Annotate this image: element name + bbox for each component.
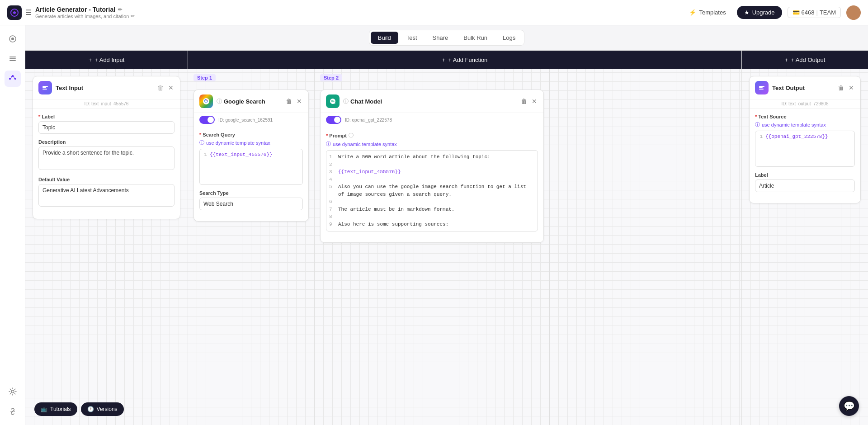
avatar[interactable] (846, 5, 861, 20)
google-dyn-label: use dynamic template syntax (206, 140, 270, 146)
prompt-textarea[interactable]: 1Write a 500 word article about the foll… (326, 150, 538, 231)
header-right: ⚡ Templates ★ Upgrade 💳 6468 | TEAM (684, 5, 861, 20)
label-field-label: Label (38, 114, 175, 119)
credit-card-icon: 💳 (793, 9, 800, 16)
chat-header-left: ⓘ Chat Model (326, 94, 382, 108)
google-toggle[interactable] (199, 116, 215, 124)
tutorials-button[interactable]: 📺 Tutorials (34, 402, 77, 416)
versions-label: Versions (97, 406, 118, 412)
google-close-btn[interactable]: ✕ (296, 97, 303, 105)
prompt-line-5b: 5of image sources given a search query. (329, 191, 535, 198)
sidebar-item-workflow[interactable] (5, 71, 21, 87)
tab-test[interactable]: Test (399, 32, 425, 44)
output-dyn-label: use dynamic template syntax (762, 122, 826, 128)
default-value-field-group: Default Value Generative AI Latest Advan… (38, 177, 175, 208)
svg-line-11 (11, 76, 12, 79)
chat-delete-btn[interactable]: 🗑 (520, 97, 528, 105)
sidebar-item-settings[interactable] (5, 383, 21, 400)
upgrade-button[interactable]: ★ Upgrade (737, 6, 782, 19)
credits-info: 💳 6468 | TEAM (788, 7, 841, 18)
chat-dyn-template[interactable]: ⓘ use dynamic template syntax (326, 141, 538, 147)
google-delete-btn[interactable]: 🗑 (285, 97, 293, 105)
description-textarea[interactable]: Provide a short sentence for the topic. (38, 146, 175, 170)
output-close-btn[interactable]: ✕ (848, 84, 855, 92)
default-value-textarea[interactable]: Generative AI Latest Advancements (38, 184, 175, 207)
search-type-select[interactable]: Web Search Image Search News Search (199, 198, 303, 210)
app-body: Build Test Share Bulk Run Logs + + Add I… (0, 25, 868, 425)
header-subtitle: Generate articles with images, and citat… (35, 13, 135, 19)
google-icon (199, 94, 213, 108)
svg-rect-20 (759, 89, 764, 90)
chat-bubble-btn[interactable]: 💬 (839, 396, 859, 416)
text-input-close-btn[interactable]: ✕ (167, 84, 175, 92)
step2-column: Step 2 ⓘ Chat Model (315, 69, 550, 425)
text-output-icon (755, 81, 769, 94)
star-icon: ★ (744, 9, 750, 16)
step1-header: Step 1 (193, 74, 309, 86)
sidebar-item-home[interactable] (5, 31, 21, 47)
text-output-id: ID: text_output_729808 (750, 99, 860, 109)
output-delete-btn[interactable]: 🗑 (837, 84, 845, 92)
output-code-area: 1 {{openai_gpt_222578}} (755, 131, 855, 167)
svg-rect-6 (9, 58, 16, 59)
sidebar-item-link[interactable] (5, 403, 21, 420)
label-input[interactable] (38, 121, 175, 134)
add-output-bar[interactable]: + + Add Output (742, 51, 868, 69)
google-search-title: Google Search (224, 98, 265, 105)
add-function-bar[interactable]: + + Add Function (188, 51, 741, 69)
svg-rect-9 (12, 75, 14, 77)
lightning-icon: ⚡ (689, 9, 696, 16)
header: ☰ Article Generator - Tutorial ✏ Generat… (0, 0, 868, 25)
text-output-header: Text Output 🗑 ✕ (750, 76, 860, 99)
svg-rect-8 (9, 78, 11, 80)
search-query-label: Search Query (199, 132, 303, 137)
google-dyn-template[interactable]: ⓘ use dynamic template syntax (199, 139, 303, 146)
tabs-group: Build Test Share Bulk Run Logs (369, 30, 524, 46)
chat-model-title: Chat Model (350, 98, 382, 105)
output-dyn-template[interactable]: ⓘ use dynamic template syntax (755, 121, 855, 128)
clock-icon: 🕐 (87, 406, 94, 412)
menu-icon[interactable]: ☰ (25, 8, 32, 17)
output-code-line1: 1 {{openai_gpt_222578}} (757, 134, 853, 139)
chat-card-body: Prompt ⓘ ⓘ use dynamic template syntax 1… (321, 127, 543, 242)
subtitle-edit-icon[interactable]: ✏ (131, 13, 135, 19)
chat-close-btn[interactable]: ✕ (531, 97, 538, 105)
output-header-left: Text Output (755, 81, 805, 94)
svg-rect-18 (759, 86, 764, 87)
svg-point-4 (11, 38, 14, 40)
title-edit-icon[interactable]: ✏ (118, 7, 122, 13)
add-output-label: + Add Output (791, 57, 825, 63)
output-label-input[interactable] (755, 179, 855, 192)
tab-logs[interactable]: Logs (495, 32, 523, 44)
chat-toggle[interactable] (326, 116, 341, 124)
header-title: Article Generator - Tutorial ✏ (35, 6, 135, 13)
templates-button[interactable]: ⚡ Templates (684, 6, 731, 19)
svg-line-12 (14, 76, 14, 79)
google-code-line1: 1 {{text_input_455576}} (202, 152, 301, 157)
add-input-plus: + (89, 57, 92, 63)
text-input-delete-btn[interactable]: 🗑 (156, 84, 165, 92)
prompt-line-2: 2 (329, 161, 535, 169)
logo-icon (7, 5, 22, 20)
google-actions: 🗑 ✕ (285, 97, 303, 105)
output-label-group: Label (755, 172, 855, 192)
tab-bulk-run[interactable]: Bulk Run (456, 32, 495, 44)
input-col-inner: Text Input 🗑 ✕ ID: text_input_455576 Lab… (25, 69, 188, 425)
text-input-id: ID: text_input_455576 (33, 99, 180, 109)
sidebar-item-list[interactable] (5, 51, 21, 67)
credits-divider: | (816, 9, 817, 16)
dyn-icon-1: ⓘ (199, 139, 204, 146)
prompt-line-3: 3{{text_input_455576}} (329, 168, 535, 176)
output-actions: 🗑 ✕ (837, 84, 855, 92)
output-card-body: Text Source ⓘ use dynamic template synta… (750, 109, 860, 203)
text-source-group: Text Source ⓘ use dynamic template synta… (755, 114, 855, 167)
search-type-group: Search Type Web Search Image Search News… (199, 190, 303, 210)
text-source-label: Text Source (755, 114, 855, 119)
step2-label: Step 2 (320, 74, 342, 81)
add-input-bar[interactable]: + + Add Input (25, 51, 188, 69)
output-label-field-label: Label (755, 172, 855, 178)
chat-model-card: ⓘ Chat Model 🗑 ✕ (320, 90, 544, 243)
tab-build[interactable]: Build (371, 32, 398, 44)
tab-share[interactable]: Share (425, 32, 456, 44)
versions-button[interactable]: 🕐 Versions (81, 402, 124, 416)
